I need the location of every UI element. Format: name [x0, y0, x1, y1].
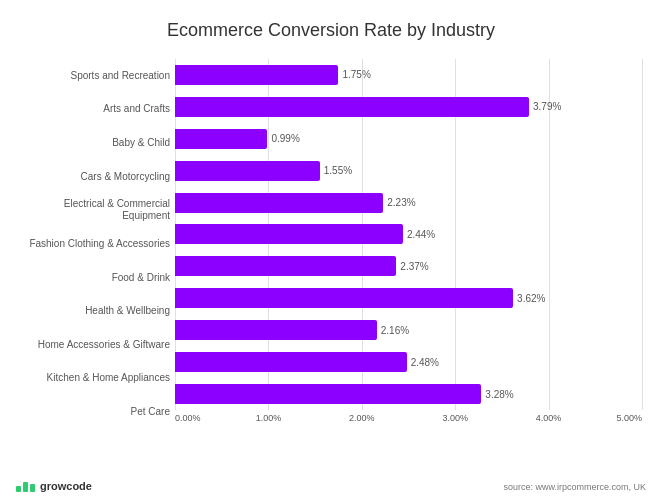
y-label: Kitchen & Home Appliances — [20, 364, 170, 392]
footer: growcode source: www.irpcommerce.com, UK — [16, 480, 646, 492]
bar — [175, 352, 407, 372]
bar-value-label: 2.37% — [400, 261, 428, 272]
bar-row: 2.37% — [175, 253, 642, 279]
bar — [175, 97, 529, 117]
bar — [175, 65, 338, 85]
x-tick-label: 2.00% — [349, 413, 375, 423]
bar-row: 2.48% — [175, 349, 642, 375]
bar-row: 0.99% — [175, 126, 642, 152]
y-label: Fashion Clothing & Accessories — [20, 230, 170, 258]
y-label: Health & Wellbeing — [20, 297, 170, 325]
logo-bar-segment — [16, 486, 21, 492]
logo-text: growcode — [40, 480, 92, 492]
y-labels: Sports and RecreationArts and CraftsBaby… — [20, 59, 175, 429]
logo-bars-icon — [16, 482, 35, 492]
x-tick-label: 3.00% — [442, 413, 468, 423]
bar-row: 2.16% — [175, 317, 642, 343]
bar-row: 3.62% — [175, 285, 642, 311]
y-label: Food & Drink — [20, 264, 170, 292]
bar — [175, 288, 513, 308]
bar-row: 1.55% — [175, 158, 642, 184]
bar — [175, 320, 377, 340]
logo-bar-segment — [30, 484, 35, 492]
bar — [175, 256, 396, 276]
bar-value-label: 1.55% — [324, 165, 352, 176]
bar — [175, 129, 267, 149]
x-tick-label: 1.00% — [256, 413, 282, 423]
bar — [175, 224, 403, 244]
bar-value-label: 2.44% — [407, 229, 435, 240]
bar-value-label: 3.28% — [485, 389, 513, 400]
y-label: Cars & Motorcycling — [20, 163, 170, 191]
bar — [175, 161, 320, 181]
bar-row: 2.44% — [175, 221, 642, 247]
grid-line — [642, 59, 643, 410]
bar-value-label: 2.16% — [381, 325, 409, 336]
bar-row: 2.23% — [175, 190, 642, 216]
y-label: Electrical & Commercial Equipment — [20, 196, 170, 224]
x-tick-label: 4.00% — [536, 413, 562, 423]
bar-value-label: 3.62% — [517, 293, 545, 304]
chart-container: Ecommerce Conversion Rate by Industry Sp… — [0, 0, 662, 500]
bar-value-label: 1.75% — [342, 69, 370, 80]
bar-row: 1.75% — [175, 62, 642, 88]
y-label: Arts and Crafts — [20, 95, 170, 123]
y-label: Sports and Recreation — [20, 62, 170, 90]
y-label: Home Accessories & Giftware — [20, 331, 170, 359]
logo-bar-segment — [23, 482, 28, 492]
y-label: Pet Care — [20, 398, 170, 426]
bars-section: 1.75%3.79%0.99%1.55%2.23%2.44%2.37%3.62%… — [175, 59, 642, 429]
logo: growcode — [16, 480, 92, 492]
x-tick-label: 0.00% — [175, 413, 201, 423]
bars-wrapper: 1.75%3.79%0.99%1.55%2.23%2.44%2.37%3.62%… — [175, 59, 642, 410]
bar-row: 3.79% — [175, 94, 642, 120]
x-axis-labels: 0.00%1.00%2.00%3.00%4.00%5.00% — [175, 413, 642, 429]
chart-title: Ecommerce Conversion Rate by Industry — [20, 20, 642, 41]
x-tick-label: 5.00% — [616, 413, 642, 423]
bar-value-label: 0.99% — [271, 133, 299, 144]
bar-value-label: 2.23% — [387, 197, 415, 208]
chart-area: Sports and RecreationArts and CraftsBaby… — [20, 59, 642, 429]
bar — [175, 193, 383, 213]
y-label: Baby & Child — [20, 129, 170, 157]
bar-value-label: 2.48% — [411, 357, 439, 368]
source-text: source: www.irpcommerce.com, UK — [503, 482, 646, 492]
bar — [175, 384, 481, 404]
bar-row: 3.28% — [175, 381, 642, 407]
bar-value-label: 3.79% — [533, 101, 561, 112]
